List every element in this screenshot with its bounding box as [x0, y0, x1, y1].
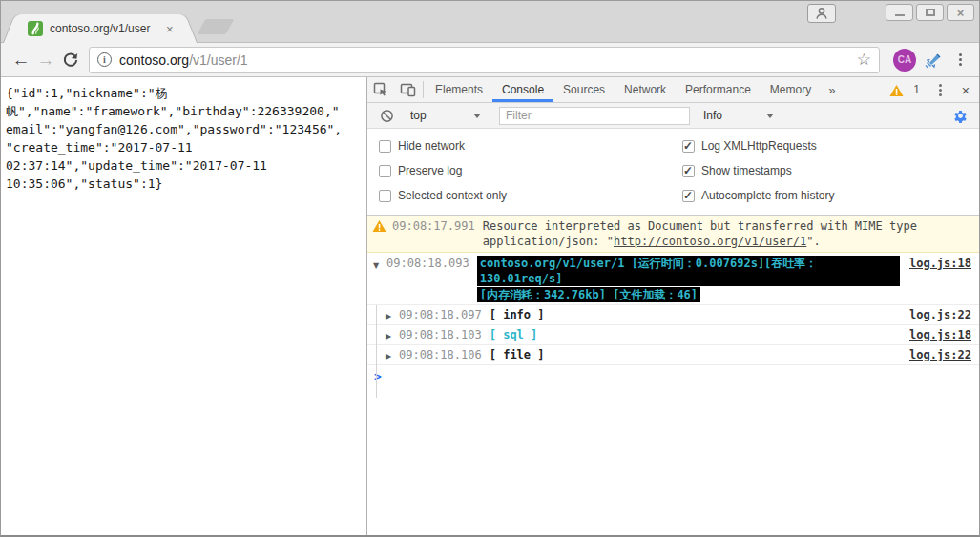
source-link[interactable]: log.js:18 [900, 327, 979, 342]
tab-network[interactable]: Network [615, 77, 676, 102]
tab-title: contoso.org/v1/user [50, 22, 162, 35]
json-line: email":"yangfan@126.com","password":"123… [6, 120, 362, 138]
hide-network-checkbox[interactable] [379, 140, 391, 153]
gear-icon [953, 109, 968, 123]
browser-toolbar: ← → i contoso.org/v1/user/1 ☆ CA [1, 43, 979, 77]
forward-button[interactable]: → [33, 48, 58, 72]
setting-label: Autocomplete from history [701, 189, 834, 202]
devtools-tabbar: Elements Console Sources Network Perform… [367, 77, 979, 103]
warning-line2-suffix: ". [806, 235, 820, 248]
extension-ca-button[interactable]: CA [893, 49, 916, 72]
setting-log-xhr[interactable]: Log XMLHttpRequests [682, 134, 968, 158]
log-label[interactable]: [ info ] [490, 307, 545, 322]
message-timestamp: 09:08:18.103 [399, 327, 482, 342]
console-settings-button[interactable] [947, 109, 973, 123]
minimize-button[interactable] [886, 4, 913, 21]
tab-console[interactable]: Console [492, 77, 553, 102]
json-line: 帆","name":"framework","birthday":2263392… [6, 102, 362, 120]
source-link[interactable]: log.js:22 [900, 347, 979, 362]
source-link[interactable]: log.js:22 [900, 307, 979, 322]
chevron-down-icon [766, 114, 774, 118]
log-level-value: Info [703, 109, 722, 122]
selected-context-checkbox[interactable] [379, 190, 391, 202]
minimize-icon [895, 14, 905, 16]
log-line-1: contoso.org/v1/user/1 [运行时间：0.007692s][吞… [477, 256, 900, 286]
refresh-button[interactable] [58, 48, 83, 72]
clear-console-button[interactable] [373, 109, 400, 123]
expand-triangle-icon[interactable]: ▶ [386, 346, 399, 364]
close-window-button[interactable]: × [947, 4, 974, 21]
page-info-icon[interactable]: i [97, 52, 112, 67]
browser-window: contoso.org/v1/user × × ← → i conto [0, 0, 980, 537]
collapse-triangle-icon[interactable]: ▼ [373, 256, 386, 274]
source-link[interactable]: log.js:18 [900, 256, 979, 271]
console-filter-input[interactable] [499, 107, 690, 125]
console-messages: 09:08:17.991 Resource interpreted as Doc… [367, 216, 979, 535]
show-timestamps-checkbox[interactable] [682, 165, 695, 177]
log-label[interactable]: [ sql ] [490, 327, 538, 342]
device-toolbar-button[interactable] [394, 77, 421, 102]
log-level-selector[interactable]: Info [698, 109, 780, 122]
setting-label: Show timestamps [701, 164, 792, 177]
setting-autocomplete-history[interactable]: Autocomplete from history [682, 183, 968, 208]
log-label[interactable]: [ file ] [490, 347, 545, 362]
tab-performance[interactable]: Performance [676, 77, 761, 102]
console-settings-pane: Hide network Log XMLHttpRequests Preserv… [367, 129, 979, 216]
bookmark-star-icon[interactable]: ☆ [857, 52, 871, 68]
maximize-icon [926, 9, 935, 16]
tab-sources[interactable]: Sources [553, 77, 615, 102]
extension-rocket-button[interactable] [922, 49, 945, 72]
log-xhr-checkbox[interactable] [682, 140, 695, 153]
browser-tab[interactable]: contoso.org/v1/user × [18, 14, 182, 43]
person-icon [814, 6, 829, 21]
back-button[interactable]: ← [9, 48, 33, 72]
expand-triangle-icon[interactable]: ▶ [386, 326, 399, 344]
setting-hide-network[interactable]: Hide network [379, 134, 682, 158]
preserve-log-checkbox[interactable] [379, 165, 391, 177]
tab-close-icon[interactable]: × [166, 23, 174, 35]
devtools-menu-button[interactable] [928, 77, 952, 102]
expand-triangle-icon[interactable]: ▶ [386, 306, 399, 324]
tab-memory[interactable]: Memory [761, 77, 821, 102]
device-toolbar-icon [400, 82, 416, 97]
more-tabs-button[interactable]: » [821, 77, 843, 102]
json-line: 02:37:14","update_time":"2017-07-11 [6, 156, 362, 175]
devtools-tabbar-right: 1 × [882, 77, 979, 102]
context-selector[interactable]: top [405, 109, 487, 122]
setting-selected-context[interactable]: Selected context only [379, 183, 682, 208]
json-line: {"id":1,"nickname":"杨 [6, 84, 362, 102]
setting-label: Selected context only [398, 189, 507, 202]
address-bar[interactable]: i contoso.org/v1/user/1 ☆ [89, 47, 880, 73]
setting-preserve-log[interactable]: Preserve log [379, 158, 682, 183]
console-tail: ▶ 09:08:18.097 [ info ] log.js:22 ▶ 09:0… [367, 305, 979, 398]
warning-line2-prefix: application/json: " [483, 235, 614, 248]
devtools-panel: Elements Console Sources Network Perform… [367, 77, 979, 535]
new-tab-button[interactable] [198, 19, 235, 34]
page-json-content: {"id":1,"nickname":"杨 帆","name":"framewo… [1, 77, 367, 535]
rocket-icon [924, 51, 943, 70]
url-path: /v1/user/1 [189, 52, 247, 68]
message-timestamp: 09:08:18.093 [386, 256, 469, 271]
console-prompt[interactable]: > [367, 365, 979, 398]
setting-show-timestamps[interactable]: Show timestamps [682, 158, 968, 183]
inspect-cursor-icon [373, 82, 388, 97]
tab-elements[interactable]: Elements [426, 77, 492, 102]
setting-label: Preserve log [398, 164, 462, 177]
message-timestamp: 09:08:18.097 [399, 307, 482, 322]
maximize-button[interactable] [916, 4, 944, 21]
toolbar-separator [423, 81, 424, 98]
inspect-element-button[interactable] [367, 77, 394, 102]
warning-line1: Resource interpreted as Document but tra… [483, 219, 917, 233]
browser-menu-button[interactable] [950, 49, 970, 72]
warning-icon [889, 84, 904, 97]
console-log-group: ▼ 09:08:18.093 contoso.org/v1/user/1 [运行… [367, 253, 979, 305]
message-timestamp: 09:08:18.106 [399, 347, 482, 362]
profile-button[interactable] [807, 4, 836, 23]
console-log-row: ▶ 09:08:18.097 [ info ] log.js:22 [367, 305, 979, 325]
autocomplete-history-checkbox[interactable] [682, 190, 695, 202]
warning-count-badge[interactable]: 1 [882, 83, 928, 97]
group-guide-line [376, 305, 377, 398]
console-log-row: ▶ 09:08:18.103 [ sql ] log.js:18 [367, 325, 979, 345]
devtools-close-button[interactable]: × [952, 82, 979, 98]
warning-url-link[interactable]: http://contoso.org/v1/user/1 [614, 235, 806, 248]
